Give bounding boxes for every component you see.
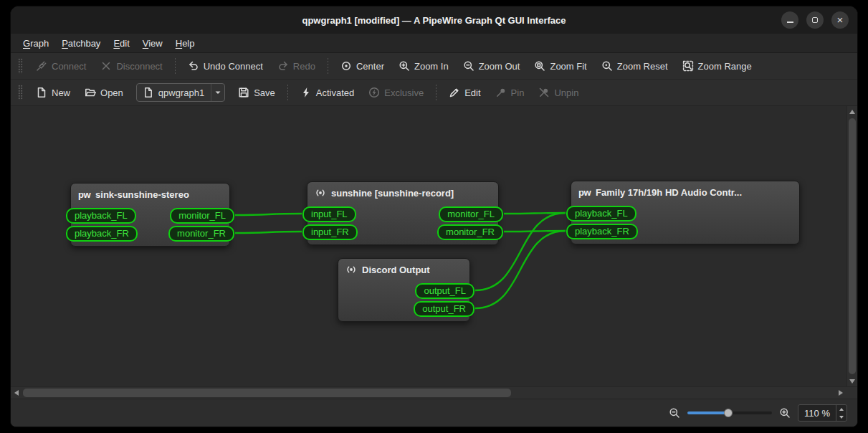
port-input-input-fl[interactable]: input_FL <box>302 206 356 222</box>
graph-canvas[interactable]: pwsink-sunshine-stereoplayback_FLplaybac… <box>11 106 846 386</box>
horizontal-scrollbar[interactable] <box>11 386 857 399</box>
undo-connect-button[interactable]: Undo Connect <box>181 57 270 75</box>
zoom-in-icon[interactable] <box>779 407 791 419</box>
graph-node-sink[interactable]: pwsink-sunshine-stereoplayback_FLplaybac… <box>70 183 230 247</box>
zoom-in-button[interactable]: Zoom In <box>391 57 456 75</box>
scroll-up-button[interactable] <box>847 106 857 117</box>
button-label: Zoom Out <box>479 61 520 72</box>
zoom-reset-icon <box>601 60 613 72</box>
connection-wire[interactable] <box>235 232 302 233</box>
menu-edit[interactable]: Edit <box>107 36 135 51</box>
open-icon <box>85 87 96 98</box>
node-header: sunshine [sunshine-record] <box>307 182 498 204</box>
close-icon: × <box>837 14 844 25</box>
connect-button[interactable]: Connect <box>29 57 93 75</box>
right-arrow-icon <box>839 390 843 396</box>
activated-button[interactable]: Activated <box>293 84 361 101</box>
exclusive-button[interactable]: Exclusive <box>361 84 431 101</box>
zoom-fit-icon <box>534 60 545 72</box>
close-button[interactable]: × <box>831 11 849 29</box>
menu-help[interactable]: Help <box>169 36 201 51</box>
zoom-range-button[interactable]: Zoom Range <box>675 57 759 75</box>
zoom-slider-handle[interactable] <box>724 409 733 417</box>
vertical-scroll-thumb[interactable] <box>849 118 856 374</box>
button-label: Open <box>100 87 123 98</box>
save-icon <box>238 87 249 98</box>
new-button[interactable]: New <box>29 84 77 101</box>
exclusive-icon <box>368 87 380 98</box>
port-output-monitor-fl[interactable]: monitor_FL <box>170 208 234 224</box>
patchbay-file-combo[interactable]: qpwgraph1 <box>136 83 225 102</box>
graph-node-family[interactable]: pwFamily 17h/19h HD Audio Contr...playba… <box>571 181 800 244</box>
pin-button[interactable]: Pin <box>488 84 532 101</box>
activated-icon <box>300 87 312 98</box>
toolbar-file-handle[interactable] <box>18 85 23 100</box>
port-input-playback-fr[interactable]: playback_FR <box>566 224 638 239</box>
toolbar-separator <box>287 85 288 100</box>
scroll-left-button[interactable] <box>11 387 22 399</box>
center-button[interactable]: Center <box>333 57 391 75</box>
pipewire-icon: pw <box>578 187 591 198</box>
minimize-button[interactable] <box>781 11 798 29</box>
node-title: Discord Output <box>362 265 430 275</box>
zoom-spinbox[interactable]: 110 % <box>798 404 847 422</box>
pipewire-icon: pw <box>78 189 90 200</box>
toolbar-separator <box>175 58 176 74</box>
port-output-monitor-fl[interactable]: monitor_FL <box>439 206 503 222</box>
connection-wire[interactable] <box>235 214 302 215</box>
zoom-increment-button[interactable] <box>836 405 846 413</box>
button-label: Zoom Reset <box>617 61 668 72</box>
zoom-out-button[interactable]: Zoom Out <box>456 57 528 75</box>
disconnect-button[interactable]: Disconnect <box>93 57 169 75</box>
zoom-slider[interactable] <box>687 407 772 419</box>
button-label: Pin <box>511 87 525 98</box>
menu-graph[interactable]: Graph <box>16 36 55 51</box>
horizontal-scroll-thumb[interactable] <box>23 389 511 397</box>
toolbar-graph-handle[interactable] <box>18 58 23 74</box>
menu-patchbay[interactable]: Patchbay <box>55 36 107 51</box>
maximize-icon <box>812 17 818 23</box>
canvas-area: pwsink-sunshine-stereoplayback_FLplaybac… <box>11 106 857 386</box>
unpin-button[interactable]: Unpin <box>531 84 586 101</box>
zoom-spin-arrows <box>836 405 846 421</box>
window-controls: × <box>781 11 849 29</box>
graph-node-discord[interactable]: Discord Outputoutput_FLoutput_FR <box>338 258 470 322</box>
record-icon <box>315 187 326 199</box>
zoom-decrement-button[interactable] <box>836 413 846 421</box>
chevron-down-icon <box>212 87 224 98</box>
port-output-output-fr[interactable]: output_FR <box>414 301 474 317</box>
port-input-playback-fl[interactable]: playback_FL <box>566 206 636 222</box>
port-output-monitor-fr[interactable]: monitor_FR <box>437 224 503 240</box>
zoom-reset-button[interactable]: Zoom Reset <box>594 57 675 75</box>
edit-button[interactable]: Edit <box>442 84 487 101</box>
button-label: Undo Connect <box>204 61 263 72</box>
redo-button[interactable]: Redo <box>270 57 323 75</box>
port-input-input-fr[interactable]: input_FR <box>302 224 358 240</box>
connect-icon <box>36 60 47 72</box>
vertical-scrollbar[interactable] <box>846 106 857 386</box>
port-input-playback-fl[interactable]: playback_FL <box>66 208 136 224</box>
zoom-fit-button[interactable]: Zoom Fit <box>527 57 593 75</box>
file-icon <box>143 87 154 98</box>
port-output-monitor-fr[interactable]: monitor_FR <box>168 226 234 242</box>
horizontal-scroll-track[interactable] <box>22 387 835 399</box>
app-window: qpwgraph1 [modified] — A PipeWire Graph … <box>10 6 858 427</box>
statusbar: 110 % <box>11 399 857 427</box>
node-title: sunshine [sunshine-record] <box>331 188 454 199</box>
menu-view[interactable]: View <box>136 36 169 51</box>
port-output-output-fl[interactable]: output_FL <box>415 283 474 299</box>
combo-dropdown[interactable] <box>211 84 224 101</box>
graph-node-sunshine[interactable]: sunshine [sunshine-record]input_FLinput_… <box>307 181 499 245</box>
open-button[interactable]: Open <box>77 84 130 101</box>
scroll-down-button[interactable] <box>847 376 857 386</box>
undo-icon <box>188 60 199 72</box>
vertical-scroll-track[interactable] <box>847 117 857 376</box>
zoom-out-icon[interactable] <box>669 407 680 419</box>
scroll-right-button[interactable] <box>835 387 846 399</box>
redo-icon <box>277 60 289 72</box>
port-input-playback-fr[interactable]: playback_FR <box>66 226 138 242</box>
maximize-button[interactable] <box>806 11 824 29</box>
save-button[interactable]: Save <box>231 84 282 101</box>
edit-icon <box>449 87 460 98</box>
combo-value: qpwgraph1 <box>158 87 204 98</box>
